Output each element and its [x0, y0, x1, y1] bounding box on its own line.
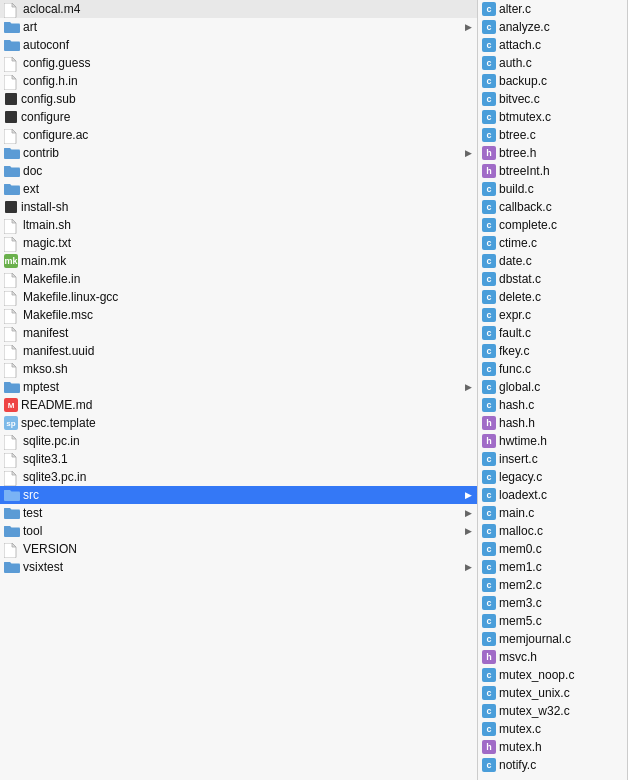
list-item[interactable]: autoconf [0, 36, 477, 54]
left-file-panel[interactable]: aclocal.m4 art▶ autoconf config.guess co… [0, 0, 478, 780]
folder-icon [4, 381, 20, 393]
list-item[interactable]: cdbstat.c [478, 270, 627, 288]
list-item[interactable]: MREADME.md [0, 396, 477, 414]
list-item[interactable]: cmem3.c [478, 594, 627, 612]
list-item[interactable]: cmalloc.c [478, 522, 627, 540]
item-label: hwtime.h [499, 434, 623, 448]
list-item[interactable]: cctime.c [478, 234, 627, 252]
list-item[interactable]: mptest▶ [0, 378, 477, 396]
list-item[interactable]: cmutex_noop.c [478, 666, 627, 684]
list-item[interactable]: cfkey.c [478, 342, 627, 360]
item-label: manifest.uuid [23, 344, 473, 358]
list-item[interactable]: cexpr.c [478, 306, 627, 324]
list-item[interactable]: spspec.template [0, 414, 477, 432]
list-item[interactable]: aclocal.m4 [0, 0, 477, 18]
list-item[interactable]: sqlite3.1 [0, 450, 477, 468]
list-item[interactable]: config.guess [0, 54, 477, 72]
item-label: notify.c [499, 758, 623, 772]
list-item[interactable]: sqlite3.pc.in [0, 468, 477, 486]
list-item[interactable]: calter.c [478, 0, 627, 18]
item-label: btreeInt.h [499, 164, 623, 178]
item-label: hash.h [499, 416, 623, 430]
item-label: fault.c [499, 326, 623, 340]
list-item[interactable]: tool▶ [0, 522, 477, 540]
list-item[interactable]: manifest.uuid [0, 342, 477, 360]
list-item[interactable]: install-sh [0, 198, 477, 216]
file-type-badge: c [482, 20, 496, 34]
file-icon [4, 200, 18, 214]
item-label: mutex_unix.c [499, 686, 623, 700]
list-item[interactable]: ltmain.sh [0, 216, 477, 234]
file-icon [4, 57, 20, 70]
list-item[interactable]: mkso.sh [0, 360, 477, 378]
list-item[interactable]: cloadext.c [478, 486, 627, 504]
list-item[interactable]: configure.ac [0, 126, 477, 144]
item-label: sqlite.pc.in [23, 434, 473, 448]
list-item[interactable]: cmutex_unix.c [478, 684, 627, 702]
list-item[interactable]: cmem0.c [478, 540, 627, 558]
list-item[interactable]: chash.c [478, 396, 627, 414]
list-item[interactable]: cbtmutex.c [478, 108, 627, 126]
list-item[interactable]: canalyze.c [478, 18, 627, 36]
list-item[interactable]: art▶ [0, 18, 477, 36]
list-item[interactable]: clegacy.c [478, 468, 627, 486]
list-item[interactable]: ccallback.c [478, 198, 627, 216]
right-file-panel[interactable]: calter.ccanalyze.ccattach.ccauth.ccbacku… [478, 0, 628, 780]
list-item[interactable]: magic.txt [0, 234, 477, 252]
list-item[interactable]: contrib▶ [0, 144, 477, 162]
list-item[interactable]: src▶ [0, 486, 477, 504]
list-item[interactable]: Makefile.linux-gcc [0, 288, 477, 306]
list-item[interactable]: doc [0, 162, 477, 180]
list-item[interactable]: cdelete.c [478, 288, 627, 306]
list-item[interactable]: cmem1.c [478, 558, 627, 576]
list-item[interactable]: manifest [0, 324, 477, 342]
list-item[interactable]: configure [0, 108, 477, 126]
list-item[interactable]: cglobal.c [478, 378, 627, 396]
list-item[interactable]: Makefile.msc [0, 306, 477, 324]
list-item[interactable]: hhash.h [478, 414, 627, 432]
item-label: func.c [499, 362, 623, 376]
list-item[interactable]: Makefile.in [0, 270, 477, 288]
list-item[interactable]: cbackup.c [478, 72, 627, 90]
list-item[interactable]: config.sub [0, 90, 477, 108]
list-item[interactable]: test▶ [0, 504, 477, 522]
list-item[interactable]: hmsvc.h [478, 648, 627, 666]
list-item[interactable]: cdate.c [478, 252, 627, 270]
list-item[interactable]: cfunc.c [478, 360, 627, 378]
file-type-badge: sp [4, 416, 18, 430]
list-item[interactable]: cbtree.c [478, 126, 627, 144]
item-label: art [23, 20, 463, 34]
list-item[interactable]: hhwtime.h [478, 432, 627, 450]
list-item[interactable]: cmutex_w32.c [478, 702, 627, 720]
list-item[interactable]: VERSION [0, 540, 477, 558]
list-item[interactable]: cinsert.c [478, 450, 627, 468]
file-type-badge: c [482, 704, 496, 718]
list-item[interactable]: cbitvec.c [478, 90, 627, 108]
list-item[interactable]: cmutex.c [478, 720, 627, 738]
list-item[interactable]: cmem5.c [478, 612, 627, 630]
list-item[interactable]: ccomplete.c [478, 216, 627, 234]
list-item[interactable]: cnotify.c [478, 756, 627, 774]
file-icon [4, 453, 20, 466]
list-item[interactable]: cattach.c [478, 36, 627, 54]
list-item[interactable]: cbuild.c [478, 180, 627, 198]
list-item[interactable]: cauth.c [478, 54, 627, 72]
item-label: delete.c [499, 290, 623, 304]
list-item[interactable]: cmain.c [478, 504, 627, 522]
file-type-badge: c [482, 56, 496, 70]
list-item[interactable]: vsixtest▶ [0, 558, 477, 576]
list-item[interactable]: hbtreeInt.h [478, 162, 627, 180]
list-item[interactable]: cmemjournal.c [478, 630, 627, 648]
file-type-badge: c [482, 560, 496, 574]
item-label: mem0.c [499, 542, 623, 556]
list-item[interactable]: hmutex.h [478, 738, 627, 756]
item-label: config.sub [21, 92, 473, 106]
list-item[interactable]: cfault.c [478, 324, 627, 342]
list-item[interactable]: ext [0, 180, 477, 198]
list-item[interactable]: config.h.in [0, 72, 477, 90]
list-item[interactable]: cmem2.c [478, 576, 627, 594]
file-type-badge: h [482, 650, 496, 664]
list-item[interactable]: sqlite.pc.in [0, 432, 477, 450]
list-item[interactable]: hbtree.h [478, 144, 627, 162]
list-item[interactable]: mkmain.mk [0, 252, 477, 270]
